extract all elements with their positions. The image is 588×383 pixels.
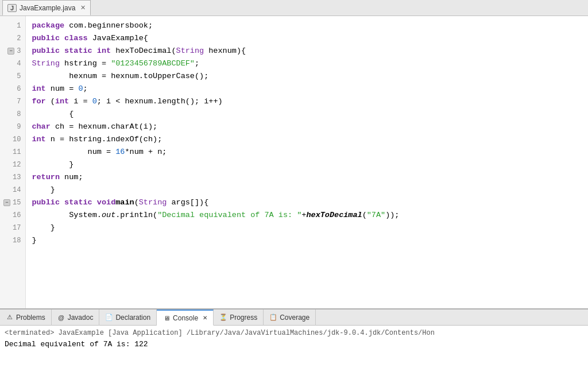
tab-bar: J JavaExample.java ✕: [0, 0, 588, 16]
line-number-13: 13: [3, 171, 21, 184]
code-content[interactable]: package com.beginnersbook;public class J…: [26, 16, 588, 308]
code-line-7: for (int i = 0; i < hexnum.length(); i++…: [32, 95, 582, 108]
declaration-tab-label: Declaration: [115, 314, 150, 322]
line-number-10: 10: [3, 133, 21, 146]
problems-tab-icon: ⚠: [6, 314, 14, 322]
bottom-tab-javadoc[interactable]: @Javadoc: [52, 310, 100, 326]
line-number-18: 18: [3, 234, 21, 247]
code-line-18: }: [32, 234, 582, 247]
bottom-tab-bar: ⚠Problems@Javadoc📄Declaration🖥Console✕⏳P…: [0, 310, 588, 326]
line-number-12: 12: [3, 158, 21, 171]
console-terminated-line: <terminated> JavaExample [Java Applicati…: [5, 328, 583, 339]
code-line-12: }: [32, 158, 582, 171]
bottom-tab-declaration[interactable]: 📄Declaration: [99, 310, 157, 326]
progress-tab-icon: ⏳: [219, 314, 227, 322]
console-tab-close[interactable]: ✕: [203, 315, 207, 321]
line-number-4: 4: [3, 57, 21, 70]
line-number-6: 6: [3, 83, 21, 95]
line-number-9: 9: [3, 121, 21, 133]
code-line-15: public static void main(String args[]){: [32, 196, 582, 209]
coverage-tab-label: Coverage: [280, 314, 310, 322]
line-number-8: 8: [3, 108, 21, 121]
progress-tab-label: Progress: [230, 314, 257, 322]
collapse-marker-3[interactable]: −: [7, 48, 14, 55]
code-line-17: }: [32, 222, 582, 234]
code-line-14: }: [32, 184, 582, 196]
javadoc-tab-label: Javadoc: [68, 314, 94, 322]
line-number-16: 16: [3, 209, 21, 222]
line-number-15: −15: [3, 196, 21, 209]
line-numbers: 12−34567891011121314−15161718: [0, 16, 26, 308]
editor-tab[interactable]: J JavaExample.java ✕: [2, 0, 91, 16]
code-line-11: num = 16*num + n;: [32, 146, 582, 158]
line-number-3: −3: [3, 45, 21, 57]
declaration-tab-icon: 📄: [105, 314, 113, 322]
line-number-7: 7: [3, 95, 21, 108]
line-number-5: 5: [3, 70, 21, 83]
code-line-8: {: [32, 108, 582, 121]
line-number-14: 14: [3, 184, 21, 196]
problems-tab-label: Problems: [16, 314, 45, 322]
javadoc-tab-icon: @: [57, 314, 65, 322]
code-line-16: System.out.println("Decimal equivalent o…: [32, 209, 582, 222]
console-tab-icon: 🖥: [163, 314, 171, 322]
code-line-6: int num = 0;: [32, 83, 582, 95]
code-line-3: public static int hexToDecimal(String he…: [32, 45, 582, 57]
console-output: <terminated> JavaExample [Java Applicati…: [0, 326, 588, 383]
tab-close-icon[interactable]: ✕: [80, 4, 86, 11]
console-result-line: Decimal equivalent of 7A is: 122: [5, 339, 583, 350]
code-line-9: char ch = hexnum.charAt(i);: [32, 121, 582, 133]
code-line-13: return num;: [32, 171, 582, 184]
code-line-10: int n = hstring.indexOf(ch);: [32, 133, 582, 146]
line-number-11: 11: [3, 146, 21, 158]
line-number-1: 1: [3, 20, 21, 32]
code-editor: 12−34567891011121314−15161718 package co…: [0, 16, 588, 308]
code-line-2: public class JavaExample{: [32, 32, 582, 45]
bottom-tab-console[interactable]: 🖥Console✕: [157, 310, 214, 326]
code-line-5: hexnum = hexnum.toUpperCase();: [32, 70, 582, 83]
collapse-marker-15[interactable]: −: [3, 199, 10, 206]
tab-filename: JavaExample.java: [20, 4, 75, 12]
console-tab-label: Console: [173, 314, 198, 322]
line-number-2: 2: [3, 32, 21, 45]
coverage-tab-icon: 📋: [269, 314, 277, 322]
code-line-4: String hstring = "0123456789ABCDEF";: [32, 57, 582, 70]
bottom-panel: ⚠Problems@Javadoc📄Declaration🖥Console✕⏳P…: [0, 308, 588, 383]
code-line-1: package com.beginnersbook;: [32, 20, 582, 32]
bottom-tab-problems[interactable]: ⚠Problems: [0, 310, 52, 326]
code-area: 12−34567891011121314−15161718 package co…: [0, 16, 588, 308]
line-number-17: 17: [3, 222, 21, 234]
java-file-icon: J: [7, 4, 17, 12]
bottom-tab-progress[interactable]: ⏳Progress: [214, 310, 264, 326]
bottom-tab-coverage[interactable]: 📋Coverage: [264, 310, 316, 326]
